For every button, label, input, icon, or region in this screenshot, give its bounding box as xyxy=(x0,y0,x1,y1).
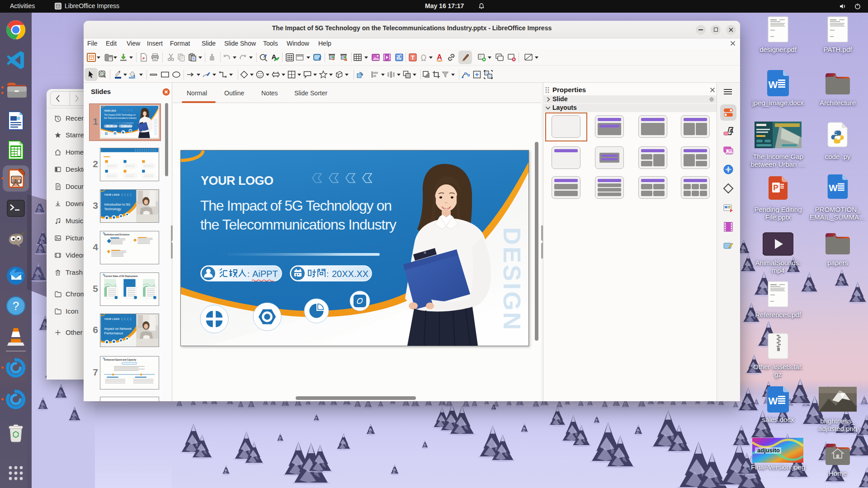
svg-text:P: P xyxy=(773,183,778,192)
svg-text::: : xyxy=(125,125,125,127)
svg-text:P: P xyxy=(142,56,145,61)
svg-text:W: W xyxy=(769,395,778,407)
svg-text:adjusito: adjusito xyxy=(757,447,780,454)
svg-text::: : xyxy=(247,269,250,279)
svg-text:AiPPT: AiPPT xyxy=(252,269,278,279)
svg-text:Technology: Technology xyxy=(104,207,121,211)
svg-text:YOUR LOGO: YOUR LOGO xyxy=(104,194,120,196)
svg-text:Current State of 5G Deployment: Current State of 5G Deployment xyxy=(104,275,138,277)
svg-text:the Telecommunications Industr: the Telecommunications Industry xyxy=(104,117,137,119)
svg-text:A: A xyxy=(729,127,734,134)
svg-text:Performance: Performance xyxy=(104,331,123,335)
svg-text:T: T xyxy=(411,54,415,61)
svg-text:▬▬: ▬▬ xyxy=(104,155,110,158)
svg-text:?: ? xyxy=(13,299,19,313)
svg-text:the Telecommunications Industr: the Telecommunications Industry xyxy=(200,216,396,233)
svg-text:W: W xyxy=(829,183,838,193)
svg-text:AiPPT: AiPPT xyxy=(113,125,117,127)
svg-text:Introduction to 5G: Introduction to 5G xyxy=(104,202,131,206)
svg-text:YOUR LOGO: YOUR LOGO xyxy=(104,110,116,112)
svg-text:20XX.XX: 20XX.XX xyxy=(332,269,368,279)
svg-text:DESIGN: DESIGN xyxy=(499,227,526,330)
svg-text:Definition and Evolution: Definition and Evolution xyxy=(104,234,130,236)
svg-text:A: A xyxy=(437,53,442,61)
svg-text:20XX.XX: 20XX.XX xyxy=(126,125,132,127)
svg-text:YOUR LOGO: YOUR LOGO xyxy=(201,174,275,188)
svg-text::: : xyxy=(326,269,329,279)
svg-text:The Impact of 5G Technology on: The Impact of 5G Technology on xyxy=(104,113,136,116)
svg-text:Enhanced Speed and Capacity: Enhanced Speed and Capacity xyxy=(104,359,137,361)
svg-text:YOUR LOGO: YOUR LOGO xyxy=(104,318,120,320)
svg-text:The Impact of 5G Technology on: The Impact of 5G Technology on xyxy=(200,197,392,214)
svg-text:W: W xyxy=(769,79,778,90)
svg-text:DESIGN: DESIGN xyxy=(153,118,158,136)
svg-text:Impact on Network: Impact on Network xyxy=(104,327,132,331)
svg-text::: : xyxy=(112,125,112,127)
